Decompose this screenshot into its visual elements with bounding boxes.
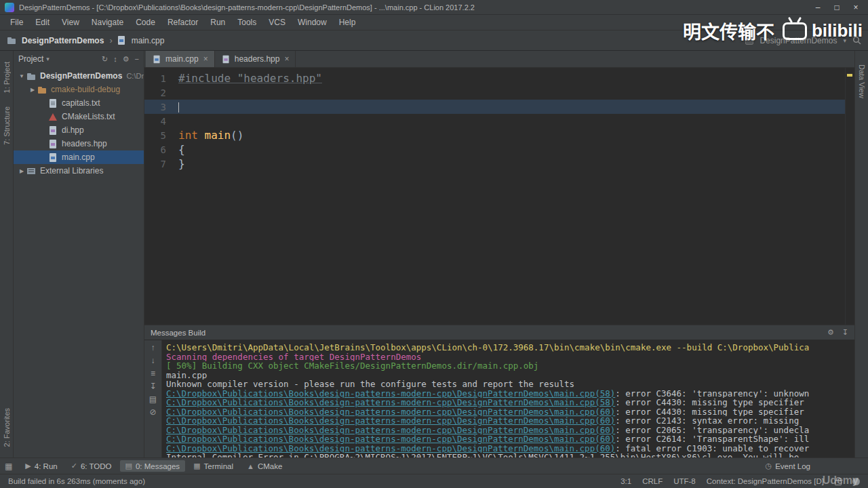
tool-window-button-0-messages[interactable]: ▤0: Messages bbox=[120, 460, 186, 472]
down-arrow-icon[interactable]: ↓ bbox=[151, 357, 155, 365]
console-line: C:\Dropbox\Publications\Books\design-pat… bbox=[166, 416, 854, 426]
tree-item-label: cmake-build-debug bbox=[51, 85, 120, 94]
menu-run[interactable]: Run bbox=[204, 16, 231, 28]
console-link[interactable]: C:\Dropbox\Publications\Books\design-pat… bbox=[166, 434, 615, 444]
run-config-selector[interactable]: DesignPatternDemos bbox=[760, 36, 837, 45]
tab-headers-hpp[interactable]: headers.hpp× bbox=[215, 51, 296, 67]
breadcrumb-file[interactable]: main.cpp bbox=[132, 36, 165, 45]
encoding-selector[interactable]: UTF-8 bbox=[673, 477, 696, 485]
console-link[interactable]: C:\Dropbox\Publications\Books\design-pat… bbox=[166, 389, 615, 399]
maximize-button[interactable]: □ bbox=[827, 3, 846, 12]
menu-code[interactable]: Code bbox=[130, 16, 161, 28]
build-console[interactable]: C:\Users\Dmitri\AppData\Local\JetBrains\… bbox=[162, 340, 854, 458]
close-icon[interactable]: × bbox=[284, 54, 289, 64]
search-icon[interactable] bbox=[852, 36, 861, 45]
print-icon[interactable]: ▤ bbox=[149, 395, 157, 403]
console-line: C:\Users\Dmitri\AppData\Local\JetBrains\… bbox=[166, 343, 854, 352]
tree-item-di-hpp[interactable]: di.hpp bbox=[14, 123, 144, 137]
close-icon[interactable]: × bbox=[203, 54, 208, 64]
breadcrumb-project[interactable]: DesignPatternDemos bbox=[22, 36, 104, 45]
code-editor[interactable]: 1#include "headers.hpp"2345int main()6{7… bbox=[144, 68, 854, 325]
editor-line[interactable]: 1#include "headers.hpp" bbox=[144, 71, 845, 85]
editor-tabs: main.cpp×headers.hpp× bbox=[144, 51, 854, 68]
menu-refactor[interactable]: Refactor bbox=[161, 16, 204, 28]
editor-line[interactable]: 6{ bbox=[144, 142, 845, 157]
line-number: 3 bbox=[144, 102, 178, 113]
tool-button-1-project[interactable]: 1: Project bbox=[1, 55, 12, 100]
gear-icon[interactable]: ⚙ bbox=[827, 328, 834, 337]
tab-main-cpp[interactable]: main.cpp× bbox=[146, 51, 215, 67]
tool-button-7-structure[interactable]: 7: Structure bbox=[1, 100, 12, 152]
line-ending-selector[interactable]: CRLF bbox=[642, 477, 663, 485]
scroll-to-end-icon[interactable]: ↧ bbox=[149, 382, 156, 390]
tree-item-cmakelists-txt[interactable]: CMakeLists.txt bbox=[14, 110, 144, 123]
editor-line[interactable]: 2 bbox=[144, 85, 845, 100]
tree-item-headers-hpp[interactable]: headers.hpp bbox=[14, 137, 144, 150]
messages-tool-window: Messages Build ⚙↧ ↑↓≡↧▤⊘ C:\Users\Dmitri… bbox=[144, 325, 854, 458]
menu-window[interactable]: Window bbox=[292, 16, 333, 28]
line-number: 1 bbox=[144, 73, 178, 84]
tree-arrow-icon[interactable]: ▶ bbox=[17, 168, 26, 174]
messages-header-toolbar: ⚙↧ bbox=[827, 328, 848, 337]
tree-item-label: main.cpp bbox=[62, 152, 95, 162]
menu-vcs[interactable]: VCS bbox=[262, 16, 292, 28]
tree-item-designpatterndemos[interactable]: ▼DesignPatternDemosC:\Dro bbox=[14, 69, 144, 83]
sync-icon[interactable]: ↻ bbox=[102, 55, 108, 64]
tool-button-data-view[interactable]: Data View bbox=[856, 58, 867, 105]
console-link[interactable]: C:\Dropbox\Publications\Books\design-pat… bbox=[166, 398, 615, 407]
tool-button-2-favorites[interactable]: 2: Favorites bbox=[1, 401, 12, 453]
inspections-hector-icon[interactable] bbox=[852, 478, 860, 485]
tool-window-button-4-run[interactable]: ▶4: Run bbox=[20, 460, 62, 472]
menu-help[interactable]: Help bbox=[333, 16, 362, 28]
settings-icon[interactable]: ⚙ bbox=[123, 55, 130, 64]
menu-tools[interactable]: Tools bbox=[231, 16, 262, 28]
console-link[interactable]: C:\Dropbox\Publications\Books\design-pat… bbox=[166, 416, 615, 426]
editor-line[interactable]: 5int main() bbox=[144, 128, 845, 142]
tree-item-external-libraries[interactable]: ▶External Libraries bbox=[14, 164, 144, 178]
tool-window-button-cmake[interactable]: ▲CMake bbox=[241, 460, 288, 472]
console-line: C:\Dropbox\Publications\Books\design-pat… bbox=[166, 407, 854, 417]
menu-navigate[interactable]: Navigate bbox=[85, 16, 130, 28]
error-stripe-mark[interactable] bbox=[847, 74, 852, 77]
up-arrow-icon[interactable]: ↑ bbox=[151, 344, 155, 352]
tree-item-capitals-txt[interactable]: capitals.txt bbox=[14, 96, 144, 110]
tool-windows-icon[interactable]: ▦ bbox=[5, 462, 12, 471]
folder-ex-icon bbox=[37, 85, 47, 94]
soft-wrap-icon[interactable]: ≡ bbox=[151, 369, 155, 378]
console-link[interactable]: C:\Dropbox\Publications\Books\design-pat… bbox=[166, 407, 615, 417]
console-link[interactable]: C:\Dropbox\Publications\Books\design-pat… bbox=[166, 426, 615, 435]
hide-icon[interactable]: − bbox=[135, 55, 139, 64]
line-code: int main() bbox=[178, 129, 243, 142]
tree-item-main-cpp[interactable]: main.cpp bbox=[14, 150, 144, 164]
tree-item-cmake-build-debug[interactable]: ▶cmake-build-debug bbox=[14, 83, 144, 96]
tree-arrow-icon[interactable]: ▶ bbox=[28, 87, 37, 93]
line-number: 2 bbox=[144, 87, 178, 98]
project-panel-title[interactable]: Project bbox=[18, 54, 43, 64]
menu-file[interactable]: File bbox=[4, 16, 29, 28]
navigate-icon[interactable]: ↕ bbox=[113, 55, 117, 64]
minimize-button[interactable]: – bbox=[808, 3, 827, 12]
messages-header: Messages Build ⚙↧ bbox=[144, 325, 854, 340]
run-config-icon bbox=[745, 37, 753, 45]
cmake-icon bbox=[48, 113, 58, 121]
event-log-button[interactable]: ◷ Event Log bbox=[760, 460, 816, 472]
tool-window-bar: ▦ ▶4: Run✓6: TODO▤0: Messages▦Terminal▲C… bbox=[0, 458, 868, 474]
tool-window-button-6-todo[interactable]: ✓6: TODO bbox=[66, 460, 117, 472]
console-link[interactable]: C:\Dropbox\Publications\Books\design-pat… bbox=[166, 444, 615, 453]
menu-edit[interactable]: Edit bbox=[29, 16, 56, 28]
tool-window-button-terminal[interactable]: ▦Terminal bbox=[188, 460, 239, 472]
menu-view[interactable]: View bbox=[56, 16, 85, 28]
clion-logo-icon bbox=[5, 3, 14, 12]
line-number: 4 bbox=[144, 116, 178, 127]
clear-icon[interactable]: ⊘ bbox=[149, 408, 156, 416]
tree-arrow-icon[interactable]: ▼ bbox=[17, 73, 26, 79]
editor-line[interactable]: 4 bbox=[144, 114, 845, 128]
cpp-icon bbox=[48, 153, 58, 162]
editor-scrollbar[interactable] bbox=[845, 68, 854, 325]
caret-position[interactable]: 3:1 bbox=[620, 477, 631, 485]
dock-icon[interactable]: ↧ bbox=[842, 328, 848, 337]
close-button[interactable]: × bbox=[846, 3, 865, 12]
editor-line[interactable]: 3 bbox=[144, 100, 845, 114]
editor-line[interactable]: 7} bbox=[144, 157, 845, 171]
lock-icon[interactable] bbox=[835, 480, 842, 485]
